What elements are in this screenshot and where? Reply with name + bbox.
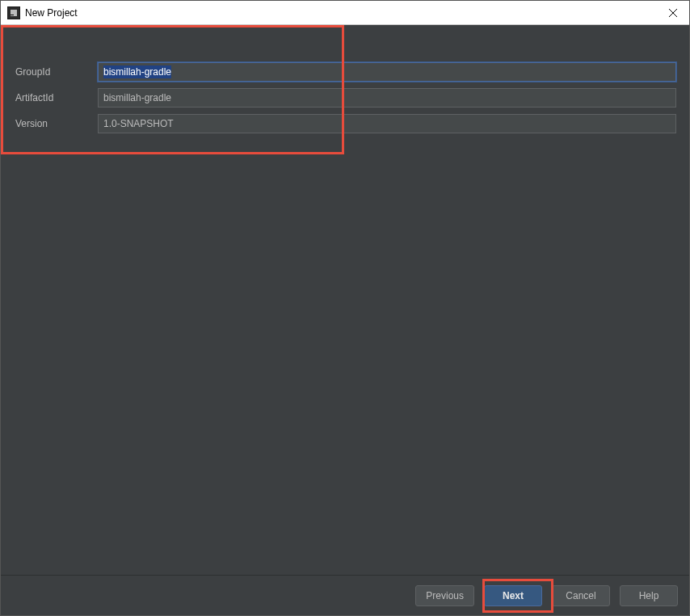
next-button[interactable]: Next bbox=[484, 585, 542, 606]
artifact-id-input[interactable] bbox=[98, 88, 676, 108]
window-title: New Project bbox=[25, 7, 78, 19]
project-form: GroupId bismillah-gradle ArtifactId Vers… bbox=[14, 38, 676, 133]
artifact-id-label: ArtifactId bbox=[14, 92, 98, 103]
artifact-id-row: ArtifactId bbox=[14, 88, 676, 108]
cancel-button[interactable]: Cancel bbox=[552, 585, 610, 606]
app-icon bbox=[7, 6, 20, 19]
dialog-footer: Previous Next Cancel Help bbox=[1, 575, 689, 615]
new-project-dialog: New Project GroupId bismillah-gradle Art… bbox=[0, 0, 690, 616]
group-id-label: GroupId bbox=[14, 66, 98, 78]
close-button[interactable] bbox=[657, 1, 689, 25]
titlebar: New Project bbox=[1, 1, 689, 25]
previous-button[interactable]: Previous bbox=[415, 585, 474, 606]
version-input[interactable] bbox=[98, 114, 676, 133]
group-id-row: GroupId bismillah-gradle bbox=[14, 62, 676, 82]
dialog-content: GroupId bismillah-gradle ArtifactId Vers… bbox=[1, 25, 689, 575]
group-id-input[interactable]: bismillah-gradle bbox=[98, 62, 676, 82]
version-label: Version bbox=[14, 118, 98, 129]
help-button[interactable]: Help bbox=[620, 585, 678, 606]
svg-rect-1 bbox=[11, 15, 14, 15]
version-row: Version bbox=[14, 114, 676, 133]
group-id-selected-text: bismillah-gradle bbox=[103, 65, 171, 78]
